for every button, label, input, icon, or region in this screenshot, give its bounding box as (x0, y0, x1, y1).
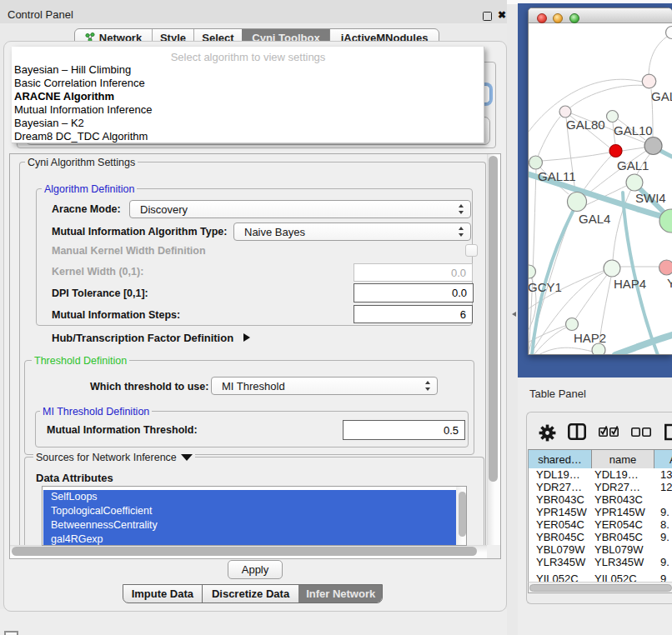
node-label: GAL2 (651, 89, 672, 103)
cell-name: YBR045C (594, 531, 643, 543)
table-row[interactable]: YBL079WYBL079W (529, 543, 672, 556)
node-label: GAL80 (566, 118, 605, 132)
network-node[interactable] (609, 145, 622, 158)
apply-button-label: Apply (242, 563, 269, 576)
algorithm-option[interactable]: Bayesian – K2 (14, 117, 481, 130)
column-header-shared-label: shared… (538, 453, 582, 466)
gear-icon[interactable] (539, 424, 556, 442)
control-panel-titlebar[interactable] (0, 0, 509, 23)
node-label: GAL11 (538, 169, 576, 183)
mi-type-combobox[interactable]: Naive Bayes (233, 222, 471, 241)
network-node[interactable] (642, 74, 656, 88)
table-row[interactable]: YLR345WYLR345W9. (529, 556, 672, 568)
cell-name: YDL19… (594, 468, 639, 481)
node-table[interactable]: YDL19…YDL19…13 YDR27…YDR27…12 YBR043CYBR… (529, 468, 672, 582)
float-window-icon[interactable] (483, 12, 492, 21)
close-traffic-light[interactable] (537, 13, 547, 23)
cell-shared: YDR27… (536, 481, 582, 493)
algorithm-option[interactable]: Bayesian – Hill Climbing (14, 63, 481, 77)
algorithm-option[interactable]: Dream8 DC_TDC Algorithm (14, 130, 481, 143)
tab-discretize-data-label: Discretize Data (212, 588, 289, 600)
tab-infer-network[interactable]: Infer Network (298, 585, 382, 602)
algorithm-option[interactable]: ARACNE Algorithm (14, 90, 481, 103)
cell-shared: YLR345W (536, 556, 585, 568)
split-view-icon[interactable] (568, 423, 586, 440)
zoom-traffic-light[interactable] (569, 13, 579, 23)
mi-threshold-label: Mutual Information Threshold: (47, 424, 198, 436)
table-row[interactable]: YPR145WYPR145W9. (529, 506, 672, 518)
list-item[interactable]: gal4RGexp (43, 532, 456, 546)
table-row[interactable]: YDR27…YDR27…12 (529, 481, 672, 493)
bottom-tabs: Impute Data Discretize Data Infer Networ… (123, 584, 383, 603)
tab-infer-network-label: Infer Network (306, 588, 375, 600)
table-row[interactable]: YBR043CYBR043C (529, 493, 672, 506)
network-node[interactable] (568, 192, 587, 212)
network-node[interactable] (604, 260, 620, 277)
cell-shared: YER054C (536, 518, 584, 531)
list-scrollbar-thumb[interactable] (459, 492, 466, 537)
table-row[interactable]: YER054CYER054C8. (529, 518, 672, 531)
manual-kernel-checkbox[interactable] (465, 244, 478, 257)
expand-arrow-icon[interactable] (243, 333, 250, 342)
data-attributes-list[interactable]: SelfLoops TopologicalCoefficient Between… (42, 486, 467, 546)
apply-button[interactable]: Apply (228, 560, 283, 579)
table-hscroll-thumb[interactable] (529, 584, 672, 592)
dpi-tolerance-field[interactable]: 0.0 (354, 283, 474, 302)
split-pane-divider[interactable] (507, 0, 518, 635)
minimize-traffic-light[interactable] (553, 13, 563, 23)
network-node[interactable] (566, 318, 579, 331)
cell-shared: YBL079W (536, 543, 585, 556)
kernel-width-field[interactable]: 0.0 (354, 263, 473, 282)
threshold-definition-title: Threshold Definition (32, 355, 129, 367)
table-row[interactable]: YDL19…YDL19…13 (529, 468, 672, 481)
panel-toggle-icon[interactable] (4, 631, 18, 635)
table-row[interactable]: YIL052CYIL052C9 (529, 572, 672, 582)
network-node[interactable] (559, 106, 571, 118)
list-item[interactable]: TopologicalCoefficient (43, 504, 456, 518)
deselect-all-icon[interactable] (631, 428, 651, 437)
divider-collapse-icon[interactable] (512, 312, 516, 317)
cell-name: YPR145W (594, 506, 645, 518)
vertical-scrollbar-thumb[interactable] (489, 156, 498, 482)
cell-name: YLR345W (594, 556, 644, 568)
tab-impute-data[interactable]: Impute Data (123, 585, 202, 602)
which-threshold-combobox[interactable]: MI Threshold (211, 377, 438, 395)
network-node[interactable] (659, 260, 672, 275)
cell-value: 9 (660, 572, 666, 582)
document-icon[interactable] (664, 423, 672, 441)
table-row[interactable]: YBR045CYBR045C9. (529, 531, 672, 543)
cell-name: YBL079W (594, 543, 644, 556)
algorithm-option[interactable]: Basic Correlation Inference (14, 77, 481, 90)
network-window-titlebar[interactable] (529, 8, 672, 23)
cell-value: 8. (660, 518, 669, 531)
mi-threshold-field[interactable]: 0.5 (343, 420, 465, 440)
network-node[interactable] (529, 265, 536, 278)
network-node[interactable] (529, 156, 543, 169)
cell-value: 13 (660, 468, 672, 481)
cell-value: 9. (660, 531, 669, 543)
network-node[interactable] (607, 111, 619, 122)
list-item[interactable]: BetweennessCentrality (43, 518, 456, 532)
node-label: HAP4 (614, 277, 646, 291)
node-label: GAL4 (579, 212, 610, 226)
mi-steps-value: 6 (460, 308, 466, 321)
collapse-arrow-icon[interactable] (181, 454, 193, 461)
kernel-width-value: 0.0 (451, 267, 466, 279)
mi-steps-field[interactable]: 6 (354, 305, 473, 323)
aracne-mode-combobox[interactable]: Discovery (129, 200, 471, 218)
column-header-shared[interactable]: shared… (528, 449, 592, 469)
select-all-checks-icon[interactable] (599, 425, 619, 437)
horizontal-scrollbar-thumb[interactable] (12, 547, 477, 556)
manual-kernel-label: Manual Kernel Width Definition (52, 245, 206, 257)
tab-discretize-data[interactable]: Discretize Data (202, 585, 299, 602)
column-header-third[interactable]: A (654, 449, 672, 469)
network-node[interactable] (626, 174, 643, 191)
list-item[interactable]: SelfLoops (43, 490, 456, 504)
mi-threshold-value: 0.5 (444, 424, 459, 437)
algorithm-option[interactable]: Mutual Information Inference (14, 103, 481, 117)
cyni-algorithm-settings-title: Cyni Algorithm Settings (25, 157, 138, 168)
column-header-name[interactable]: name (592, 449, 654, 469)
cell-name: YER054C (594, 518, 643, 531)
network-canvas[interactable]: GAL2 GAL80 GAL10 GAL1 GAL11 SWI4 GAL4 GC… (529, 23, 672, 354)
network-node[interactable] (644, 138, 662, 155)
